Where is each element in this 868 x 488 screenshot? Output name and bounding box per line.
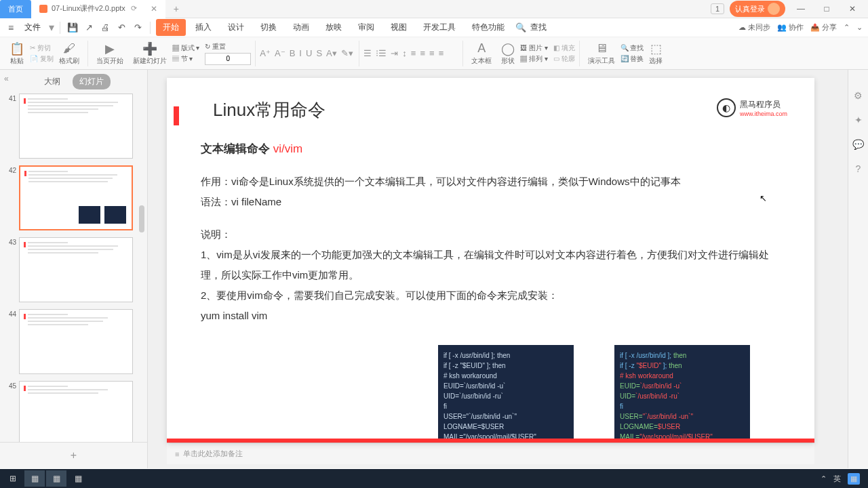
- notes-icon: ≡: [175, 450, 179, 458]
- notes-area[interactable]: ≡ 单击此处添加备注: [167, 443, 814, 464]
- slide-canvas[interactable]: ◐ 黑马程序员www.itheima.com Linux常用命令 文本编辑命令 …: [167, 78, 814, 443]
- thumb-44[interactable]: 44: [5, 309, 142, 374]
- app-menu-icon[interactable]: ≡: [5, 22, 16, 33]
- align-right-icon[interactable]: ≡: [429, 48, 435, 58]
- notification-badge[interactable]: 1: [711, 3, 724, 14]
- new-slide-button[interactable]: ➕新建幻灯片: [129, 41, 171, 66]
- file-tab[interactable]: 07-Linux课件v2.0.pptx ⟳ ✕: [31, 0, 165, 18]
- justify-icon[interactable]: ≡: [439, 48, 444, 58]
- slide-title: Linux常用命令: [213, 98, 781, 122]
- slide-body-1: 作用：vi命令是Linux系统提供的一个文本编辑工具，可以对文件内容进行编辑，类…: [201, 171, 781, 212]
- add-slide-button[interactable]: +: [0, 442, 147, 468]
- highlight-icon[interactable]: ✎▾: [341, 48, 353, 58]
- sidebar-scrollbar[interactable]: [139, 205, 144, 232]
- tab-start[interactable]: 开始: [156, 19, 186, 36]
- thumb-45[interactable]: 45: [5, 381, 142, 442]
- close-tab-icon[interactable]: ✕: [151, 4, 157, 14]
- export-icon[interactable]: ↗: [82, 21, 96, 35]
- collab-button[interactable]: 👥 协作: [777, 22, 804, 33]
- more-icon[interactable]: ⌄: [856, 23, 863, 32]
- tab-animation[interactable]: 动画: [286, 19, 316, 36]
- start-button[interactable]: ⊞: [3, 470, 23, 487]
- align-center-icon[interactable]: ≡: [420, 48, 425, 58]
- align-left-icon[interactable]: ≡: [411, 48, 416, 58]
- line-spacing-icon[interactable]: ↕: [402, 48, 407, 58]
- font-color-icon[interactable]: A▾: [326, 48, 337, 58]
- logo-icon: ◐: [717, 98, 736, 117]
- bullets-icon[interactable]: ☰: [363, 48, 372, 58]
- share-button[interactable]: 📤 分享: [810, 22, 837, 33]
- add-tab[interactable]: +: [165, 0, 187, 18]
- layout-button[interactable]: ▦ 版式 ▾: [172, 43, 200, 53]
- outline-tab[interactable]: 大纲: [37, 74, 67, 89]
- star-icon[interactable]: ✦: [854, 115, 863, 125]
- logo: ◐ 黑马程序员www.itheima.com: [717, 98, 787, 117]
- title-accent: [174, 106, 179, 125]
- tab-feature[interactable]: 特色功能: [465, 19, 511, 36]
- numbering-icon[interactable]: ⁝☰: [376, 48, 387, 58]
- copy-button[interactable]: 📄 复制: [30, 54, 54, 64]
- fill-button[interactable]: ◧ 填充: [553, 43, 575, 53]
- tray-icon[interactable]: ▦: [848, 473, 860, 485]
- arrange-button[interactable]: ▦ 排列 ▾: [520, 54, 548, 64]
- thumb-41[interactable]: 41: [5, 94, 142, 159]
- outline-button[interactable]: ▭ 轮廓: [553, 54, 575, 64]
- from-current-button[interactable]: ▶当页开始: [92, 41, 127, 66]
- indent-icon[interactable]: ⇥: [391, 48, 398, 58]
- tab-slideshow[interactable]: 放映: [319, 19, 349, 36]
- collapse-ribbon-icon[interactable]: ⌃: [844, 23, 850, 32]
- cut-button[interactable]: ✂ 剪切: [30, 43, 54, 53]
- save-icon[interactable]: 💾: [66, 21, 79, 35]
- select-button[interactable]: ⬚选择: [645, 41, 667, 66]
- shape-button[interactable]: ◯形状: [497, 41, 519, 66]
- task-app-2[interactable]: ▦: [46, 470, 66, 487]
- task-app-1[interactable]: ▦: [24, 470, 45, 487]
- reset-button[interactable]: ↻ 重置: [205, 42, 251, 52]
- paste-button[interactable]: 📋粘贴: [5, 41, 28, 66]
- redo-icon[interactable]: ↷: [131, 21, 144, 35]
- tools-button[interactable]: 🖥演示工具: [584, 41, 619, 66]
- italic-icon[interactable]: I: [299, 48, 302, 58]
- search-icon[interactable]: 🔍: [514, 21, 528, 35]
- undo-icon[interactable]: ↶: [115, 21, 128, 35]
- section-button[interactable]: ▤ 节 ▾: [172, 54, 200, 64]
- comment-icon[interactable]: 💬: [852, 139, 864, 150]
- font-size-up-icon[interactable]: A⁺: [260, 48, 271, 58]
- slide-subtitle: 文本编辑命令 vi/vim: [201, 141, 781, 157]
- login-button[interactable]: 认真登录: [730, 1, 785, 17]
- refresh-icon[interactable]: ⟳: [131, 4, 137, 13]
- textbox-button[interactable]: A文本框: [467, 41, 496, 66]
- close-button[interactable]: ✕: [842, 2, 863, 16]
- underline-icon[interactable]: U: [306, 48, 312, 58]
- ime-indicator[interactable]: 英: [833, 474, 841, 484]
- home-tab[interactable]: 首页: [0, 0, 31, 18]
- tray-up-icon[interactable]: ⌃: [821, 474, 827, 483]
- thumb-42[interactable]: 42: [5, 165, 142, 230]
- settings-icon[interactable]: ⚙: [854, 90, 863, 101]
- sync-status[interactable]: ☁ 未同步: [738, 22, 770, 33]
- search-label[interactable]: 查找: [530, 22, 547, 33]
- minimize-button[interactable]: —: [791, 2, 811, 16]
- help-icon[interactable]: ?: [856, 163, 861, 174]
- replace-button[interactable]: 🔄 替换: [620, 54, 644, 64]
- tab-transition[interactable]: 切换: [254, 19, 283, 36]
- find-button[interactable]: 🔍 查找: [620, 43, 644, 53]
- font-size-down-icon[interactable]: A⁻: [275, 48, 285, 58]
- tab-view[interactable]: 视图: [384, 19, 414, 36]
- print-icon[interactable]: 🖨: [98, 21, 112, 35]
- maximize-button[interactable]: □: [816, 2, 837, 16]
- task-app-3[interactable]: ▦: [68, 470, 88, 487]
- file-menu[interactable]: 文件: [19, 22, 46, 33]
- slides-tab[interactable]: 幻灯片: [73, 74, 111, 89]
- bold-icon[interactable]: B: [290, 48, 296, 58]
- picture-button[interactable]: 🖼 图片 ▾: [520, 43, 548, 53]
- tab-dev[interactable]: 开发工具: [416, 19, 462, 36]
- thumb-43[interactable]: 43: [5, 237, 142, 302]
- strike-icon[interactable]: S: [316, 48, 322, 58]
- font-input[interactable]: [205, 53, 251, 65]
- tab-review[interactable]: 审阅: [351, 19, 381, 36]
- format-painter-button[interactable]: 🖌格式刷: [55, 41, 83, 66]
- collapse-sidebar-icon[interactable]: «: [4, 74, 9, 83]
- tab-insert[interactable]: 插入: [189, 19, 218, 36]
- tab-design[interactable]: 设计: [221, 19, 251, 36]
